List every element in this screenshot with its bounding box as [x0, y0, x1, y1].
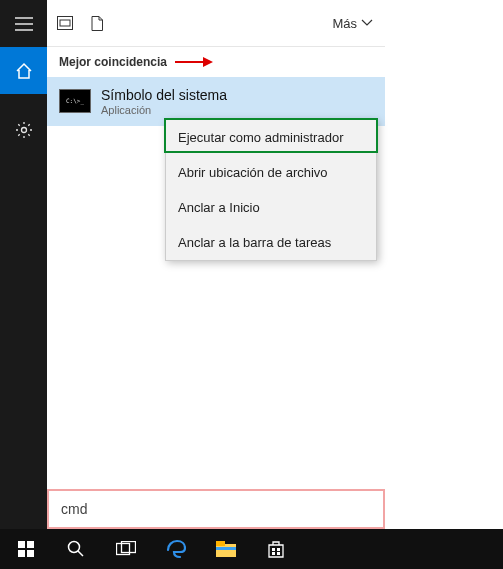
left-rail [0, 0, 47, 529]
search-panel: Más Mejor coincidencia C:\>_ Símbolo del… [0, 0, 385, 529]
more-dropdown[interactable]: Más [332, 16, 373, 31]
apps-filter-icon[interactable] [57, 16, 73, 30]
svg-rect-9 [27, 550, 34, 557]
result-text: Símbolo del sistema Aplicación [101, 87, 227, 116]
results-header: Más [47, 0, 385, 47]
home-button[interactable] [0, 47, 47, 94]
svg-rect-8 [18, 550, 25, 557]
root: Más Mejor coincidencia C:\>_ Símbolo del… [0, 0, 503, 569]
taskbar-search-button[interactable] [54, 529, 98, 569]
svg-rect-5 [60, 20, 70, 26]
settings-button[interactable] [0, 106, 47, 153]
svg-point-10 [69, 542, 80, 553]
file-explorer-button[interactable] [204, 529, 248, 569]
cmd-icon: C:\>_ [59, 89, 91, 113]
search-input-wrap [47, 489, 385, 529]
store-button[interactable] [254, 529, 298, 569]
result-title: Símbolo del sistema [101, 87, 227, 103]
svg-rect-18 [277, 548, 280, 551]
hamburger-button[interactable] [0, 0, 47, 47]
best-match-label: Mejor coincidencia [59, 55, 167, 69]
task-view-button[interactable] [104, 529, 148, 569]
start-button[interactable] [4, 529, 48, 569]
menu-run-as-admin[interactable]: Ejecutar como administrador [166, 120, 376, 155]
desktop-background [385, 0, 503, 529]
menu-open-file-location[interactable]: Abrir ubicación de archivo [166, 155, 376, 190]
documents-filter-icon[interactable] [91, 16, 103, 31]
svg-rect-7 [27, 541, 34, 548]
result-subtitle: Aplicación [101, 104, 227, 116]
menu-pin-to-taskbar[interactable]: Anclar a la barra de tareas [166, 225, 376, 260]
svg-line-11 [78, 551, 83, 556]
best-match-label-row: Mejor coincidencia [47, 47, 385, 77]
svg-rect-6 [18, 541, 25, 548]
svg-rect-17 [272, 548, 275, 551]
svg-rect-19 [272, 552, 275, 555]
chevron-down-icon [361, 19, 373, 27]
more-label: Más [332, 16, 357, 31]
svg-point-3 [21, 127, 26, 132]
svg-rect-16 [216, 547, 236, 550]
annotation-arrow-icon [175, 57, 215, 67]
search-input[interactable] [61, 501, 371, 517]
menu-pin-to-start[interactable]: Anclar a Inicio [166, 190, 376, 225]
edge-button[interactable] [154, 529, 198, 569]
svg-rect-20 [277, 552, 280, 555]
taskbar [0, 529, 503, 569]
svg-rect-15 [216, 541, 225, 546]
context-menu: Ejecutar como administrador Abrir ubicac… [165, 119, 377, 261]
